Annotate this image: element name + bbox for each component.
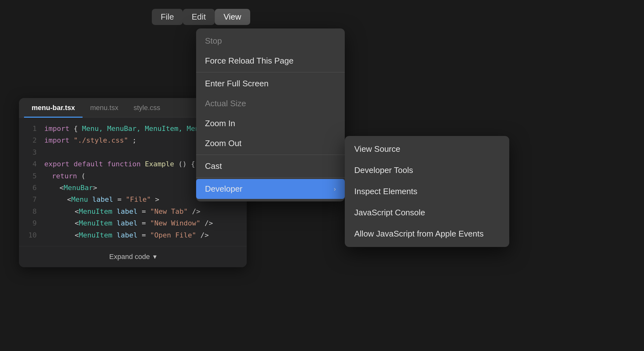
code-line-8: 8 <MenuItem label = "New Tab" />	[19, 206, 247, 217]
code-line-10: 10 <MenuItem label = "Open File" />	[19, 229, 247, 241]
developer-submenu: View Source Developer Tools Inspect Elem…	[345, 136, 509, 247]
view-source-label: View Source	[354, 144, 400, 154]
stop-label: Stop	[205, 36, 222, 46]
actual-size-menu-item[interactable]: Actual Size	[196, 94, 345, 114]
edit-menu[interactable]: Edit	[183, 9, 215, 25]
line-number-9: 9	[24, 217, 37, 229]
separator-1	[196, 72, 345, 72]
code-text-10: <MenuItem label = "Open File" />	[44, 229, 209, 241]
cast-menu-item[interactable]: Cast	[196, 156, 345, 176]
line-number-5: 5	[24, 170, 37, 182]
code-text-3	[44, 146, 48, 158]
cast-label: Cast	[205, 161, 222, 171]
chevron-right-icon: ›	[334, 185, 336, 193]
line-number-8: 8	[24, 206, 37, 217]
inspect-elements-menu-item[interactable]: Inspect Elements	[345, 181, 509, 202]
allow-javascript-label: Allow JavaScript from Apple Events	[354, 229, 484, 239]
actual-size-label: Actual Size	[205, 99, 246, 108]
tab-menu-bar-tsx[interactable]: menu-bar.tsx	[24, 98, 83, 117]
code-text-6: <MenuBar>	[44, 182, 97, 194]
code-text-7: <Menu label = "File" >	[44, 194, 159, 205]
code-line-9: 9 <MenuItem label = "New Window" />	[19, 217, 247, 229]
line-number-6: 6	[24, 182, 37, 194]
line-number-7: 7	[24, 194, 37, 205]
code-text-4: export default function Example () {	[44, 158, 195, 170]
line-number-4: 4	[24, 158, 37, 170]
developer-label: Developer	[205, 184, 243, 194]
inspect-elements-label: Inspect Elements	[354, 187, 417, 196]
tab-style-css[interactable]: style.css	[126, 98, 168, 117]
code-text-1: import { Menu, MenuBar, MenuItem, MenuSe…	[44, 123, 220, 134]
expand-code-icon: ▾	[153, 253, 157, 261]
enter-fullscreen-menu-item[interactable]: Enter Full Screen	[196, 74, 345, 94]
code-text-9: <MenuItem label = "New Window" />	[44, 217, 213, 229]
enter-fullscreen-label: Enter Full Screen	[205, 79, 269, 89]
developer-tools-menu-item[interactable]: Developer Tools	[345, 160, 509, 181]
code-text-2: import "./style.css" ;	[44, 134, 136, 146]
code-text-8: <MenuItem label = "New Tab" />	[44, 206, 200, 217]
zoom-in-label: Zoom In	[205, 119, 235, 128]
developer-tools-label: Developer Tools	[354, 165, 413, 175]
code-text-5: return (	[44, 170, 85, 182]
menu-bar: File Edit View	[152, 9, 250, 25]
expand-code-button[interactable]: Expand code ▾	[19, 246, 247, 267]
expand-code-label: Expand code	[109, 253, 150, 261]
view-menu[interactable]: View	[215, 9, 250, 25]
zoom-out-label: Zoom Out	[205, 139, 242, 148]
view-source-menu-item[interactable]: View Source	[345, 139, 509, 160]
line-number-10: 10	[24, 229, 37, 241]
line-number-1: 1	[24, 123, 37, 134]
separator-3	[196, 177, 345, 178]
javascript-console-menu-item[interactable]: JavaScript Console	[345, 202, 509, 223]
line-number-3: 3	[24, 146, 37, 158]
allow-javascript-menu-item[interactable]: Allow JavaScript from Apple Events	[345, 223, 509, 244]
file-menu[interactable]: File	[152, 9, 183, 25]
developer-menu-item[interactable]: Developer ›	[196, 179, 345, 199]
force-reload-label: Force Reload This Page	[205, 56, 294, 66]
separator-2	[196, 155, 345, 155]
zoom-in-menu-item[interactable]: Zoom In	[196, 114, 345, 133]
view-dropdown-menu: Stop Force Reload This Page Enter Full S…	[196, 28, 345, 201]
force-reload-menu-item[interactable]: Force Reload This Page	[196, 51, 345, 71]
zoom-out-menu-item[interactable]: Zoom Out	[196, 133, 345, 153]
javascript-console-label: JavaScript Console	[354, 208, 425, 218]
line-number-2: 2	[24, 134, 37, 146]
tab-menu-tsx[interactable]: menu.tsx	[83, 98, 126, 117]
stop-menu-item[interactable]: Stop	[196, 31, 345, 51]
